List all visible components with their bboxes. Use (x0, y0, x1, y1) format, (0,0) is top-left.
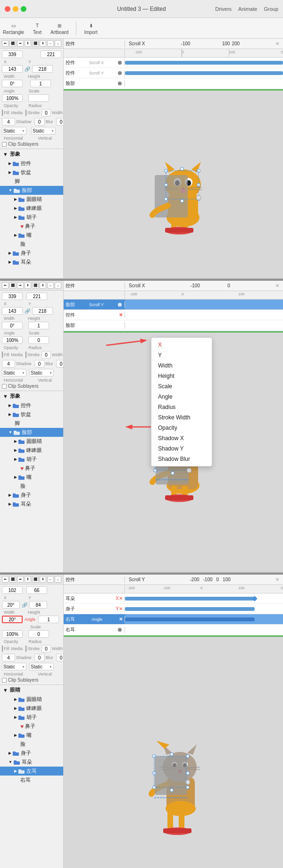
width-input-2[interactable] (2, 307, 23, 315)
animate-button[interactable]: Animate (238, 6, 257, 12)
vertical-select-2[interactable]: Static ▼ (29, 369, 54, 376)
layer-left-ear-3[interactable]: ▶ 左耳 (0, 767, 63, 776)
align-center-icon-2[interactable]: ⬛ (9, 282, 16, 289)
layer-foot-2[interactable]: 脚 (0, 419, 63, 428)
layer-controls-1[interactable]: ▶ 控件 (0, 159, 63, 168)
layer-bowl-1[interactable]: ▶ 饮盆 (0, 168, 63, 177)
vertical-select-1[interactable]: Static ▼ (31, 127, 56, 134)
y-input-2[interactable] (26, 292, 47, 300)
angle-input-3[interactable] (2, 616, 23, 623)
dist-h-icon[interactable]: ↔ (47, 40, 54, 47)
stroke-swatch-2[interactable] (25, 351, 26, 358)
radius-input-1[interactable] (28, 94, 49, 102)
layer-body-1[interactable]: ▶ 身子 (0, 249, 63, 258)
clip-checkbox-2[interactable] (2, 384, 7, 389)
opacity-input-2[interactable] (2, 336, 23, 344)
dropdown-height[interactable]: Height (151, 371, 212, 381)
dropdown-stroke-width[interactable]: Stroke Width (151, 412, 212, 423)
blur-input-2[interactable] (34, 360, 45, 367)
blur-input-3[interactable] (34, 654, 45, 661)
align-top-icon-2[interactable]: ⬆ (25, 282, 31, 289)
width-input-3[interactable] (2, 601, 20, 609)
shadow-input-1[interactable] (2, 118, 15, 125)
dropdown-shadow-blur[interactable]: Shadow Blur (151, 454, 212, 464)
dropdown-opacity[interactable]: Opacity (151, 423, 212, 433)
layer-face-item-1[interactable]: 脸 (0, 240, 63, 249)
artboard-tool[interactable]: ⊞ Artboard (50, 21, 68, 35)
layer-ear-1[interactable]: ▶ 耳朵 (0, 258, 63, 267)
maximize-button[interactable] (21, 6, 26, 12)
align-center-icon-3[interactable]: ⬛ (9, 576, 16, 583)
align-right-icon-3[interactable]: ➡ (17, 576, 24, 583)
scale-input-2[interactable] (28, 322, 49, 329)
angle-input-2[interactable] (2, 322, 23, 329)
x-input-1[interactable] (2, 50, 23, 58)
height-input-2[interactable] (32, 307, 53, 315)
align-left-icon-2[interactable]: ⬅ (2, 282, 8, 289)
group-button[interactable]: Group (264, 6, 278, 12)
layer-foot-1[interactable]: 脚 (0, 177, 63, 186)
stroke-swatch-1[interactable] (25, 109, 26, 116)
dist-v-icon-3[interactable]: ↕ (55, 576, 61, 583)
width-input-1[interactable] (2, 65, 23, 73)
sx-input-3[interactable] (56, 654, 64, 661)
align-left-icon[interactable]: ⬅ (2, 40, 8, 47)
align-left-icon-3[interactable]: ⬅ (2, 576, 8, 583)
dropdown-shadow-x[interactable]: Shadow X (151, 433, 212, 443)
horizontal-select-3[interactable]: Static ▼ (2, 663, 26, 670)
dropdown-angle[interactable]: Angle (151, 392, 212, 402)
section-header-1[interactable]: ▼ 形象 (0, 149, 63, 159)
layer-mouth-1[interactable]: ▶ 嘴 (0, 231, 63, 240)
align-middle-icon-3[interactable]: ⬛ (32, 576, 39, 583)
layer-eye-n-2[interactable]: ▶ 眯眯眼 (0, 446, 63, 455)
radius-input-3[interactable] (28, 630, 49, 638)
stroke-width-3[interactable] (42, 645, 51, 652)
align-center-icon[interactable]: ⬛ (9, 40, 16, 47)
y-input-1[interactable] (41, 50, 61, 58)
dropdown-y[interactable]: Y (151, 350, 212, 360)
stroke-width-1[interactable] (42, 109, 51, 117)
dropdown-x[interactable]: X (151, 340, 212, 350)
layer-ear-2[interactable]: ▶ 耳朵 (0, 500, 63, 509)
layer-nose-3[interactable]: ♥ 鼻子 (0, 722, 63, 731)
y-input-3[interactable] (26, 586, 47, 594)
drivers-button[interactable]: Drivers (215, 6, 232, 12)
opacity-input-3[interactable] (2, 630, 23, 638)
layer-eye-r-3[interactable]: ▶ 圆眼睛 (0, 695, 63, 704)
layer-face-item-2[interactable]: 脸 (0, 482, 63, 491)
align-top-icon[interactable]: ⬆ (25, 40, 31, 47)
align-middle-icon[interactable]: ⬛ (32, 40, 39, 47)
fill-swatch-3[interactable] (2, 645, 3, 652)
dropdown-width[interactable]: Width (151, 360, 212, 371)
fill-swatch-2[interactable] (2, 351, 3, 358)
scale-input-3[interactable] (38, 616, 59, 623)
dropdown-shadow-y[interactable]: Shadow Y (151, 443, 212, 454)
minimize-button[interactable] (13, 6, 18, 12)
sx-input-2[interactable] (56, 360, 64, 367)
shadow-input-3[interactable] (2, 654, 15, 661)
layer-face-1[interactable]: ▼ 脸部 (0, 186, 63, 195)
shadow-input-2[interactable] (2, 360, 15, 367)
height-input-3[interactable] (29, 601, 47, 609)
text-tool[interactable]: T Text (32, 21, 43, 35)
section-header-3[interactable]: ▼ 眼睛 (0, 685, 63, 695)
layer-mouth-3[interactable]: ▶ 嘴 (0, 731, 63, 740)
radius-input-2[interactable] (28, 336, 49, 344)
layer-eye-round-1[interactable]: ▶ 圆眼睛 (0, 195, 63, 204)
dropdown-scale[interactable]: Scale (151, 381, 212, 392)
layer-whisker-1[interactable]: ▶ 胡子 (0, 213, 63, 222)
dist-h-icon-2[interactable]: ↔ (47, 282, 54, 289)
layer-face-2[interactable]: ▼ 脸部 (0, 428, 63, 437)
x-input-2[interactable] (2, 292, 23, 300)
layer-wh-2[interactable]: ▶ 胡子 (0, 455, 63, 464)
align-bottom-icon[interactable]: ⬇ (40, 40, 46, 47)
align-top-icon-3[interactable]: ⬆ (25, 576, 31, 583)
layer-nose-2[interactable]: ♥ 鼻子 (0, 464, 63, 473)
layer-body-3[interactable]: ▶ 身子 (0, 749, 63, 758)
vertical-select-3[interactable]: Static ▼ (29, 663, 54, 670)
rectangle-tool[interactable]: ▭ Rectangle (3, 21, 24, 35)
align-bottom-icon-3[interactable]: ⬇ (40, 576, 46, 583)
layer-wh-3[interactable]: ▶ 胡子 (0, 713, 63, 722)
angle-input-1[interactable] (2, 80, 23, 87)
sx-input-1[interactable] (56, 118, 64, 125)
